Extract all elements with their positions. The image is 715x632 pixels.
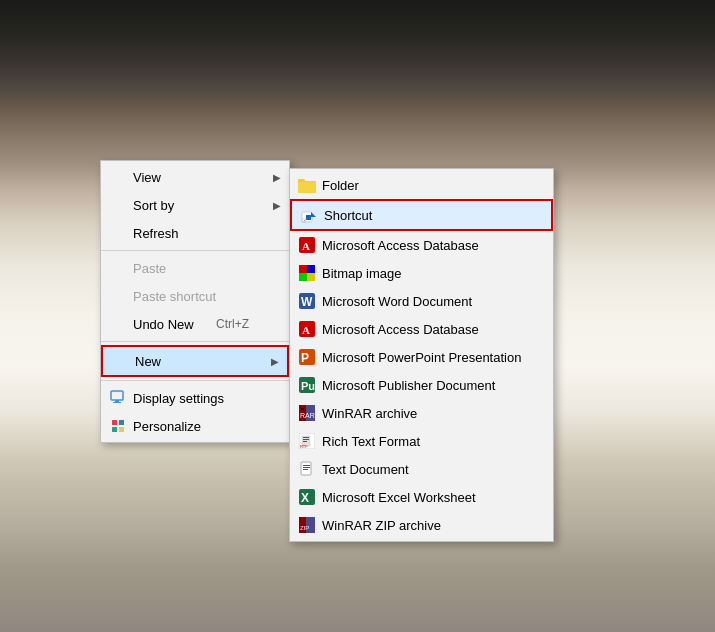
display-settings-label: Display settings bbox=[133, 391, 224, 406]
folder-icon bbox=[298, 176, 316, 194]
submenu-item-winrar[interactable]: RAR WinRAR archive bbox=[290, 399, 553, 427]
view-label: View bbox=[133, 170, 161, 185]
undo-shortcut: Ctrl+Z bbox=[216, 317, 257, 331]
refresh-label: Refresh bbox=[133, 226, 179, 241]
context-menu: View ▶ Sort by ▶ Refresh Paste Paste sho… bbox=[100, 160, 290, 443]
menu-item-view[interactable]: View ▶ bbox=[101, 163, 289, 191]
svg-rect-2 bbox=[113, 402, 121, 403]
access-icon-2: A bbox=[298, 320, 316, 338]
menu-item-refresh[interactable]: Refresh bbox=[101, 219, 289, 247]
menu-item-paste-shortcut[interactable]: Paste shortcut bbox=[101, 282, 289, 310]
svg-text:A: A bbox=[302, 324, 310, 336]
submenu-item-bitmap[interactable]: Bitmap image bbox=[290, 259, 553, 287]
paste-label: Paste bbox=[133, 261, 166, 276]
new-submenu: Folder ↗ Shortcut A Microsoft Access Dat… bbox=[289, 168, 554, 542]
menu-item-display-settings[interactable]: Display settings bbox=[101, 384, 289, 412]
svg-rect-33 bbox=[303, 439, 309, 440]
svg-text:X: X bbox=[301, 491, 309, 505]
sort-arrow: ▶ bbox=[273, 200, 281, 211]
winrar-zip-icon: ZIP bbox=[298, 516, 316, 534]
word-icon: W bbox=[298, 292, 316, 310]
svg-rect-17 bbox=[307, 273, 315, 281]
submenu-item-excel[interactable]: X Microsoft Excel Worksheet bbox=[290, 483, 553, 511]
winrar-zip-label: WinRAR ZIP archive bbox=[322, 518, 441, 533]
powerpoint-label: Microsoft PowerPoint Presentation bbox=[322, 350, 521, 365]
menu-item-personalize[interactable]: Personalize bbox=[101, 412, 289, 440]
svg-rect-37 bbox=[303, 465, 310, 466]
separator-2 bbox=[101, 341, 289, 342]
new-icon bbox=[111, 352, 129, 370]
svg-rect-0 bbox=[111, 391, 123, 400]
separator-1 bbox=[101, 250, 289, 251]
submenu-item-winrar-zip[interactable]: ZIP WinRAR ZIP archive bbox=[290, 511, 553, 539]
svg-rect-36 bbox=[301, 462, 311, 475]
svg-text:Pu: Pu bbox=[301, 380, 315, 392]
svg-rect-4 bbox=[119, 420, 124, 425]
svg-text:↗: ↗ bbox=[303, 219, 306, 223]
menu-item-undo-new[interactable]: Undo New Ctrl+Z bbox=[101, 310, 289, 338]
svg-rect-5 bbox=[112, 427, 117, 432]
submenu-item-access2[interactable]: A Microsoft Access Database bbox=[290, 315, 553, 343]
svg-rect-38 bbox=[303, 467, 310, 468]
svg-rect-32 bbox=[303, 437, 309, 438]
paste-shortcut-icon bbox=[109, 287, 127, 305]
svg-rect-14 bbox=[299, 265, 307, 273]
word-label: Microsoft Word Document bbox=[322, 294, 472, 309]
submenu-item-shortcut[interactable]: ↗ Shortcut bbox=[290, 199, 553, 231]
refresh-icon bbox=[109, 224, 127, 242]
submenu-item-publisher[interactable]: Pu Microsoft Publisher Document bbox=[290, 371, 553, 399]
view-icon bbox=[109, 168, 127, 186]
bitmap-label: Bitmap image bbox=[322, 266, 401, 281]
excel-icon: X bbox=[298, 488, 316, 506]
winrar-label: WinRAR archive bbox=[322, 406, 417, 421]
menu-item-new[interactable]: New ▶ bbox=[101, 345, 289, 377]
separator-3 bbox=[101, 380, 289, 381]
submenu-item-text[interactable]: Text Document bbox=[290, 455, 553, 483]
shortcut-label: Shortcut bbox=[324, 208, 372, 223]
access2-label: Microsoft Access Database bbox=[322, 322, 479, 337]
svg-rect-6 bbox=[119, 427, 124, 432]
paste-shortcut-label: Paste shortcut bbox=[133, 289, 216, 304]
display-settings-icon bbox=[109, 389, 127, 407]
svg-rect-39 bbox=[303, 469, 308, 470]
ppt-icon: P bbox=[298, 348, 316, 366]
paste-icon bbox=[109, 259, 127, 277]
folder-label: Folder bbox=[322, 178, 359, 193]
sort-label: Sort by bbox=[133, 198, 174, 213]
access1-label: Microsoft Access Database bbox=[322, 238, 479, 253]
submenu-item-rtf[interactable]: RTF Rich Text Format bbox=[290, 427, 553, 455]
undo-icon bbox=[109, 315, 127, 333]
svg-rect-1 bbox=[115, 400, 119, 402]
access-icon-1: A bbox=[298, 236, 316, 254]
view-arrow: ▶ bbox=[273, 172, 281, 183]
svg-rect-34 bbox=[303, 441, 307, 442]
personalize-label: Personalize bbox=[133, 419, 201, 434]
svg-text:RTF: RTF bbox=[300, 444, 308, 449]
rtf-icon: RTF bbox=[298, 432, 316, 450]
submenu-item-word[interactable]: W Microsoft Word Document bbox=[290, 287, 553, 315]
svg-text:P: P bbox=[301, 351, 309, 365]
new-arrow: ▶ bbox=[271, 356, 279, 367]
svg-text:A: A bbox=[302, 240, 310, 252]
svg-rect-16 bbox=[299, 273, 307, 281]
text-label: Text Document bbox=[322, 462, 409, 477]
winrar-icon: RAR bbox=[298, 404, 316, 422]
pub-icon: Pu bbox=[298, 376, 316, 394]
undo-label: Undo New bbox=[133, 317, 194, 332]
publisher-label: Microsoft Publisher Document bbox=[322, 378, 495, 393]
svg-rect-3 bbox=[112, 420, 117, 425]
new-label: New bbox=[135, 354, 161, 369]
menu-item-paste[interactable]: Paste bbox=[101, 254, 289, 282]
bitmap-icon bbox=[298, 264, 316, 282]
submenu-item-folder[interactable]: Folder bbox=[290, 171, 553, 199]
submenu-item-powerpoint[interactable]: P Microsoft PowerPoint Presentation bbox=[290, 343, 553, 371]
menu-item-sort[interactable]: Sort by ▶ bbox=[101, 191, 289, 219]
txt-icon bbox=[298, 460, 316, 478]
svg-rect-28 bbox=[301, 408, 304, 410]
svg-text:W: W bbox=[301, 295, 313, 309]
svg-text:RAR: RAR bbox=[300, 412, 315, 419]
svg-text:ZIP: ZIP bbox=[300, 525, 309, 531]
svg-rect-15 bbox=[307, 265, 315, 273]
submenu-item-access1[interactable]: A Microsoft Access Database bbox=[290, 231, 553, 259]
personalize-icon bbox=[109, 417, 127, 435]
